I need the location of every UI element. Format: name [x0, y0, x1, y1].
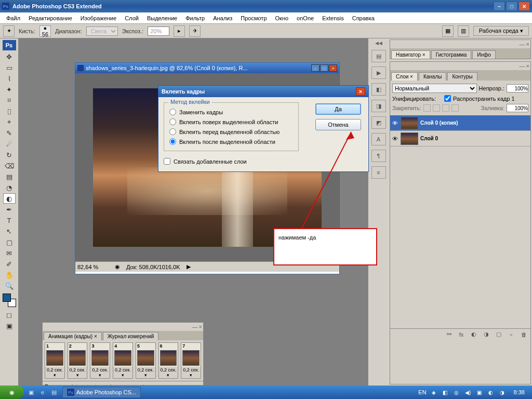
- mask-icon[interactable]: ◐: [469, 330, 478, 339]
- blend-mode-select[interactable]: Нормальный: [392, 84, 477, 93]
- tray-icon-5[interactable]: ◐: [487, 388, 495, 396]
- pen-tool[interactable]: ✒: [3, 204, 16, 215]
- menu-анализ[interactable]: Анализ: [209, 14, 236, 22]
- maximize-button[interactable]: □: [506, 2, 517, 11]
- heal-tool[interactable]: ⌖: [3, 117, 16, 127]
- type-tool[interactable]: T: [3, 215, 16, 225]
- layerspanel-min-icon[interactable]: —: [520, 63, 525, 69]
- opt-icon-2[interactable]: ▥: [458, 25, 469, 37]
- menu-окно[interactable]: Окно: [271, 14, 293, 22]
- lang-indicator[interactable]: EN: [418, 389, 426, 395]
- slice-tool[interactable]: ⌷: [3, 106, 16, 116]
- ql-desktop-icon[interactable]: ▣: [26, 387, 36, 397]
- panel-close-icon[interactable]: ×: [199, 324, 202, 330]
- dock-char-icon[interactable]: A: [371, 133, 386, 145]
- taskbar-app[interactable]: Ps Adobe Photoshop CS...: [62, 387, 141, 398]
- tray-icon-2[interactable]: ◧: [441, 388, 449, 396]
- propagate-checkbox[interactable]: [444, 95, 451, 102]
- cancel-button[interactable]: Отмена: [315, 119, 361, 130]
- exposure-slider-icon[interactable]: ▸: [174, 25, 185, 37]
- notes-tool[interactable]: ✉: [3, 248, 16, 258]
- menu-фильтр[interactable]: Фильтр: [181, 14, 209, 22]
- path-select-tool[interactable]: ↖: [3, 226, 16, 236]
- radio-option-3[interactable]: Вклеить после выделенной области: [169, 137, 293, 147]
- layers-tab-1[interactable]: Каналы: [419, 72, 447, 81]
- animation-frame[interactable]: 10,2 сек. ▾: [45, 342, 65, 379]
- dialog-titlebar[interactable]: Вклеить кадры ×: [158, 86, 368, 97]
- frame-duration[interactable]: 0,2 сек. ▾: [68, 367, 87, 378]
- ok-button[interactable]: Да: [315, 103, 361, 115]
- layer-row[interactable]: 👁Слой 0 (копия): [390, 115, 530, 131]
- brush-tool[interactable]: ✎: [3, 128, 16, 138]
- ql-explorer-icon[interactable]: ▤: [49, 387, 59, 397]
- document-titlebar[interactable]: shadows_series_3-harlequin.jpg @ 82,6% (…: [75, 63, 339, 73]
- nav-tab-0[interactable]: Навигатор ×: [391, 50, 430, 59]
- visibility-icon[interactable]: 👁: [391, 119, 398, 127]
- frame-duration[interactable]: 0,2 сек. ▾: [113, 367, 132, 378]
- radio-option-2[interactable]: Вклеить перед выделенной областью: [169, 127, 293, 137]
- dock-swatches-icon[interactable]: ◨: [371, 100, 386, 112]
- gradient-tool[interactable]: ▤: [3, 171, 16, 182]
- clock[interactable]: 8:38: [510, 389, 529, 395]
- history-brush-tool[interactable]: ↻: [3, 150, 16, 160]
- opacity-input[interactable]: [507, 84, 528, 92]
- menu-extensis[interactable]: Extensis: [318, 14, 348, 22]
- menu-файл[interactable]: Файл: [2, 14, 24, 22]
- layer-thumbnail[interactable]: [401, 117, 418, 129]
- airbrush-icon[interactable]: ✈: [189, 25, 201, 37]
- lasso-tool[interactable]: ⌇: [3, 73, 16, 84]
- marquee-tool[interactable]: ▭: [3, 62, 16, 73]
- tray-volume-icon[interactable]: ◀): [464, 388, 472, 396]
- screenmode-icon[interactable]: ▣: [3, 321, 16, 331]
- folder-icon[interactable]: ▢: [494, 330, 503, 339]
- navpanel-close-icon[interactable]: ×: [526, 41, 529, 47]
- animation-frame[interactable]: 40,2 сек. ▾: [113, 342, 133, 379]
- close-button[interactable]: ✕: [518, 2, 530, 11]
- animation-frame[interactable]: 50,2 сек. ▾: [136, 342, 156, 379]
- nav-tab-1[interactable]: Гистограмма: [431, 50, 472, 59]
- tray-icon-4[interactable]: ▣: [475, 388, 484, 396]
- dock-brushes-icon[interactable]: ≡: [371, 166, 386, 179]
- radio-input-0[interactable]: [169, 109, 176, 115]
- stamp-tool[interactable]: ☄: [3, 139, 16, 149]
- frame-duration[interactable]: 0,2 сек. ▾: [45, 367, 64, 378]
- radio-input-3[interactable]: [169, 138, 176, 145]
- hand-tool[interactable]: ✋: [3, 270, 16, 280]
- adjustment-icon[interactable]: ◑: [482, 330, 491, 339]
- animation-frame[interactable]: 20,2 сек. ▾: [68, 342, 88, 379]
- anim-tab-1[interactable]: Журнал измерений: [103, 332, 159, 340]
- radio-input-1[interactable]: [169, 118, 176, 125]
- layers-tab-0[interactable]: Слои ×: [391, 72, 418, 81]
- animation-frame[interactable]: 70,2 сек. ▾: [181, 342, 201, 379]
- link-layers-checkbox[interactable]: Связать добавленные слои: [164, 156, 363, 166]
- tray-icon-1[interactable]: ◈: [430, 388, 438, 396]
- eraser-tool[interactable]: ⌫: [3, 161, 16, 171]
- eyedropper-tool[interactable]: ✐: [3, 259, 16, 269]
- workspace-menu[interactable]: Рабочая среда ▾: [473, 26, 529, 36]
- link-layers-icon[interactable]: ⚯: [444, 330, 454, 339]
- dock-styles-icon[interactable]: ◩: [371, 116, 386, 129]
- doc-close[interactable]: ×: [329, 64, 337, 72]
- fill-input[interactable]: [507, 104, 528, 112]
- range-select[interactable]: Света: [86, 26, 118, 36]
- visibility-icon[interactable]: 👁: [391, 135, 398, 142]
- frame-duration[interactable]: 0,2 сек. ▾: [181, 367, 201, 378]
- link-layers-input[interactable]: [164, 158, 170, 165]
- lock-trans-icon[interactable]: [423, 104, 431, 112]
- menu-изображение[interactable]: Изображение: [76, 14, 121, 22]
- crop-tool[interactable]: ⌗: [3, 95, 16, 105]
- ql-ie-icon[interactable]: e: [37, 387, 48, 397]
- dock-actions-icon[interactable]: ▶: [371, 66, 386, 79]
- layers-tab-2[interactable]: Контуры: [447, 72, 477, 81]
- layer-thumbnail[interactable]: [401, 132, 418, 145]
- opt-icon-1[interactable]: ▦: [442, 25, 454, 37]
- zoom-tool[interactable]: 🔍: [3, 281, 16, 291]
- radio-option-0[interactable]: Заменить кадры: [169, 107, 293, 117]
- menu-просмотр[interactable]: Просмотр: [236, 14, 271, 22]
- fx-icon[interactable]: fx: [457, 330, 466, 339]
- animation-frame[interactable]: 60,2 сек. ▾: [158, 342, 179, 379]
- color-swatch[interactable]: [3, 294, 16, 307]
- dock-para-icon[interactable]: ¶: [371, 150, 386, 162]
- scroll-right-icon[interactable]: ▶: [187, 263, 191, 270]
- dialog-close-button[interactable]: ×: [356, 87, 365, 96]
